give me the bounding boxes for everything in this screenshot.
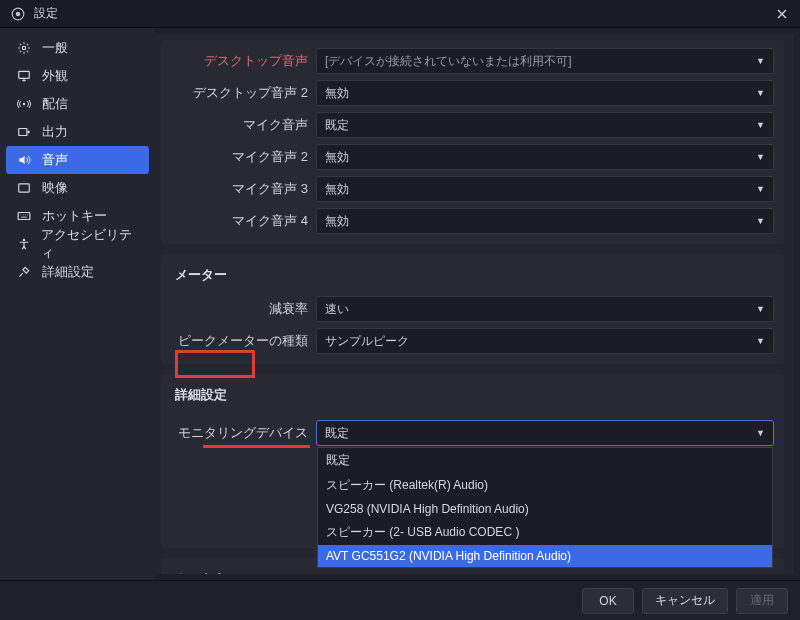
window-title: 設定 <box>34 5 58 22</box>
svg-point-8 <box>22 239 24 241</box>
desktop-audio-2-dropdown[interactable]: 無効▼ <box>316 80 774 106</box>
peak-meter-type-dropdown[interactable]: サンプルピーク▼ <box>316 328 774 354</box>
meter-panel: メーター 減衰率 速い▼ ピークメーターの種類 サンプルピーク▼ <box>161 254 784 364</box>
sidebar-item-label: 音声 <box>42 151 68 169</box>
chevron-down-icon: ▼ <box>756 88 765 98</box>
mic-audio-2-dropdown[interactable]: 無効▼ <box>316 144 774 170</box>
dropdown-option[interactable]: AVT GC551G2 (NVIDIA High Definition Audi… <box>318 545 772 567</box>
gear-icon <box>16 41 32 55</box>
mic-audio-3-label: マイク音声 3 <box>171 180 316 198</box>
chevron-down-icon: ▼ <box>756 428 765 438</box>
monitoring-device-options: 既定 スピーカー (Realtek(R) Audio) VG258 (NVIDI… <box>317 447 773 568</box>
svg-rect-6 <box>19 184 30 192</box>
sidebar-item-appearance[interactable]: 外観 <box>6 62 149 90</box>
chevron-down-icon: ▼ <box>756 152 765 162</box>
accessibility-icon <box>16 237 31 251</box>
svg-point-1 <box>16 11 21 16</box>
sidebar-item-general[interactable]: 一般 <box>6 34 149 62</box>
chevron-down-icon: ▼ <box>756 216 765 226</box>
advanced-panel: 詳細設定 モニタリングデバイス 既定 ▼ 既定 スピーカー (Realtek(R… <box>161 374 784 548</box>
ok-button[interactable]: OK <box>582 588 634 614</box>
cancel-button[interactable]: キャンセル <box>642 588 728 614</box>
sidebar-item-label: 出力 <box>42 123 68 141</box>
sidebar: 一般 外観 配信 出力 音声 映像 <box>0 28 155 580</box>
sidebar-item-label: 詳細設定 <box>42 263 94 281</box>
antenna-icon <box>16 97 32 111</box>
mic-audio-4-dropdown[interactable]: 無効▼ <box>316 208 774 234</box>
monitoring-device-dropdown[interactable]: 既定 ▼ 既定 スピーカー (Realtek(R) Audio) VG258 (… <box>316 420 774 446</box>
sidebar-item-label: 映像 <box>42 179 68 197</box>
sidebar-item-audio[interactable]: 音声 <box>6 146 149 174</box>
mic-audio-1-label: マイク音声 <box>171 116 316 134</box>
desktop-audio-2-label: デスクトップ音声 2 <box>171 84 316 102</box>
output-icon <box>16 125 32 139</box>
dropdown-option[interactable]: 既定 <box>318 448 772 473</box>
video-icon <box>16 181 32 195</box>
sidebar-item-label: 外観 <box>42 67 68 85</box>
dropdown-option[interactable]: スピーカー (Realtek(R) Audio) <box>318 473 772 498</box>
desktop-audio-1-label: デスクトップ音声 <box>171 52 316 70</box>
decay-rate-label: 減衰率 <box>171 300 316 318</box>
chevron-down-icon: ▼ <box>756 184 765 194</box>
titlebar: 設定 <box>0 0 800 28</box>
app-icon <box>10 6 26 22</box>
footer: OK キャンセル 適用 <box>0 580 800 620</box>
monitoring-device-label: モニタリングデバイス <box>171 424 316 442</box>
svg-rect-7 <box>18 213 30 220</box>
sidebar-item-output[interactable]: 出力 <box>6 118 149 146</box>
svg-rect-3 <box>19 71 30 78</box>
sidebar-item-label: 配信 <box>42 95 68 113</box>
dropdown-option[interactable]: スピーカー (2- USB Audio CODEC ) <box>318 520 772 545</box>
devices-panel: デスクトップ音声 [デバイスが接続されていないまたは利用不可]▼ デスクトップ音… <box>161 40 784 244</box>
sidebar-item-advanced[interactable]: 詳細設定 <box>6 258 149 286</box>
mic-audio-4-label: マイク音声 4 <box>171 212 316 230</box>
tools-icon <box>16 265 32 279</box>
sidebar-item-stream[interactable]: 配信 <box>6 90 149 118</box>
svg-point-4 <box>23 103 25 105</box>
sidebar-item-label: 一般 <box>42 39 68 57</box>
content-scroll[interactable]: デスクトップ音声 [デバイスが接続されていないまたは利用不可]▼ デスクトップ音… <box>155 34 794 574</box>
keyboard-icon <box>16 209 32 223</box>
mic-audio-2-label: マイク音声 2 <box>171 148 316 166</box>
mic-audio-3-dropdown[interactable]: 無効▼ <box>316 176 774 202</box>
desktop-audio-1-dropdown[interactable]: [デバイスが接続されていないまたは利用不可]▼ <box>316 48 774 74</box>
apply-button[interactable]: 適用 <box>736 588 788 614</box>
chevron-down-icon: ▼ <box>756 120 765 130</box>
chevron-down-icon: ▼ <box>756 56 765 66</box>
decay-rate-dropdown[interactable]: 速い▼ <box>316 296 774 322</box>
mic-audio-1-dropdown[interactable]: 既定▼ <box>316 112 774 138</box>
dropdown-option[interactable]: VG258 (NVIDIA High Definition Audio) <box>318 498 772 520</box>
chevron-down-icon: ▼ <box>756 336 765 346</box>
meter-panel-header: メーター <box>171 262 774 294</box>
peak-meter-type-label: ピークメーターの種類 <box>171 332 316 350</box>
chevron-down-icon: ▼ <box>756 304 765 314</box>
sidebar-item-accessibility[interactable]: アクセシビリティ <box>6 230 149 258</box>
svg-point-2 <box>22 46 26 50</box>
sidebar-item-label: アクセシビリティ <box>41 226 139 262</box>
speaker-icon <box>16 153 32 167</box>
advanced-panel-header: 詳細設定 <box>171 382 774 414</box>
monitor-icon <box>16 69 32 83</box>
close-button[interactable] <box>770 2 794 26</box>
sidebar-item-video[interactable]: 映像 <box>6 174 149 202</box>
sidebar-item-label: ホットキー <box>42 207 107 225</box>
svg-rect-5 <box>19 129 27 136</box>
